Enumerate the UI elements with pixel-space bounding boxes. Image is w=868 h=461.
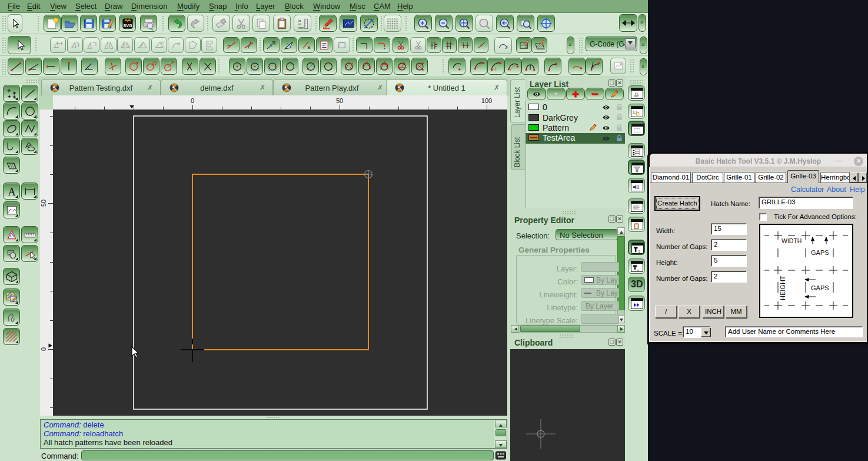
svg-text:WIDTH: WIDTH <box>781 237 802 244</box>
svg-text:A: A <box>8 185 15 197</box>
svg-text:0: 0 <box>191 97 194 104</box>
svg-text:0: 0 <box>40 347 47 351</box>
svg-text:SVG: SVG <box>123 23 132 28</box>
svg-text:GAPS: GAPS <box>811 249 829 256</box>
svg-text:x: x <box>461 41 463 44</box>
svg-text:HEIGHT: HEIGHT <box>779 276 786 300</box>
svg-text:100: 100 <box>481 97 492 104</box>
svg-text:x: x <box>308 45 311 50</box>
svg-text:mm: mm <box>298 25 304 29</box>
svg-text:50: 50 <box>40 200 47 207</box>
svg-text:1: 1 <box>638 250 641 253</box>
svg-text:50: 50 <box>336 97 343 104</box>
svg-text:GAPS: GAPS <box>811 284 829 291</box>
